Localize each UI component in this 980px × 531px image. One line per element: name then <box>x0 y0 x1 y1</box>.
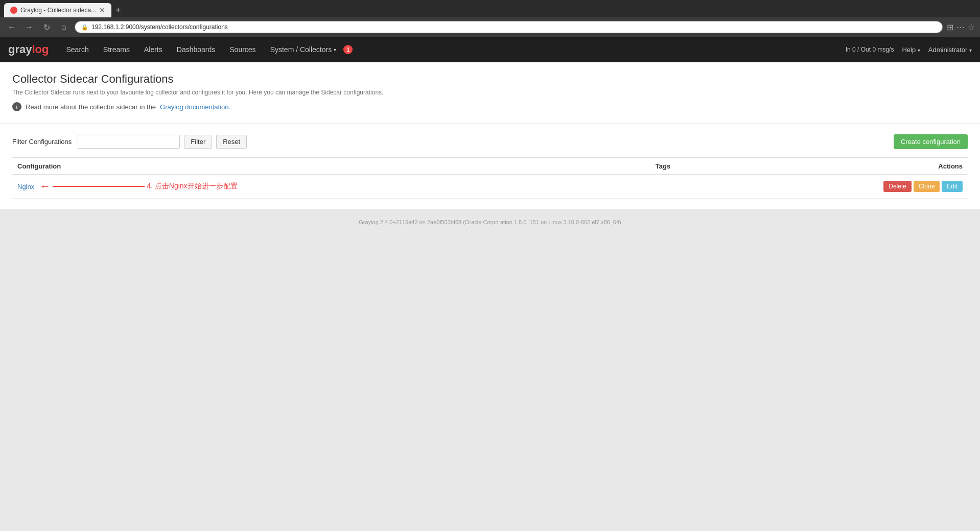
app-navbar: graylog Search Streams Alerts Dashboards… <box>0 37 980 62</box>
delete-button[interactable]: Delete <box>883 181 912 192</box>
browser-tab[interactable]: Graylog - Collector sideca... ✕ <box>4 3 111 17</box>
reload-btn[interactable]: ↻ <box>40 20 53 34</box>
logo-gray: gray <box>8 43 32 56</box>
help-link[interactable]: Help ▾ <box>902 46 920 54</box>
col-tags: Tags <box>650 158 720 175</box>
nav-right: In 0 / Out 0 msg/s Help ▾ Administrator … <box>846 46 972 54</box>
browser-toolbar: ← → ↻ ⌂ 🔒 ⊞ ⋯ ☆ <box>0 17 980 37</box>
table-row: Nginx ← 4. 点击Nginx开始进一步配置 Delete Clone E… <box>12 175 968 199</box>
nav-links: Search Streams Alerts Dashboards Sources… <box>59 37 845 62</box>
content-section: Filter Configurations Filter Reset Creat… <box>0 124 980 209</box>
annotation-line <box>53 186 145 187</box>
tab-title: Graylog - Collector sideca... <box>20 7 96 14</box>
table-header-row: Configuration Tags Actions <box>12 158 968 175</box>
page-title: Collector Sidecar Configurations <box>12 73 968 86</box>
footer-text: Graylog 2.4.0+2115a42 on 2ae0f503bf68 (O… <box>359 219 621 225</box>
nav-link-dashboards[interactable]: Dashboards <box>170 37 223 62</box>
create-configuration-button[interactable]: Create configuration <box>894 134 968 149</box>
browser-chrome: Graylog - Collector sideca... ✕ + <box>0 0 980 17</box>
col-actions: Actions <box>720 158 968 175</box>
main-content: Collector Sidecar Configurations The Col… <box>0 62 980 124</box>
config-name-cell: Nginx ← 4. 点击Nginx开始进一步配置 <box>12 175 650 199</box>
col-configuration: Configuration <box>12 158 650 175</box>
nav-link-streams[interactable]: Streams <box>96 37 137 62</box>
qr-icon[interactable]: ⊞ <box>947 22 953 32</box>
docs-link[interactable]: Graylog documentation. <box>160 103 230 111</box>
dropdown-arrow-icon: ▾ <box>334 47 336 53</box>
new-tab-btn[interactable]: + <box>115 5 121 16</box>
page-subtitle: The Collector Sidecar runs next to your … <box>12 89 968 96</box>
io-stats: In 0 / Out 0 msg/s <box>846 46 894 53</box>
tab-close-btn[interactable]: ✕ <box>99 6 105 14</box>
address-bar[interactable]: 🔒 <box>75 21 943 33</box>
back-btn[interactable]: ← <box>5 20 18 34</box>
filter-label: Filter Configurations <box>12 138 72 146</box>
footer: Graylog 2.4.0+2115a42 on 2ae0f503bf68 (O… <box>0 209 980 235</box>
filter-button[interactable]: Filter <box>184 135 212 149</box>
config-actions-cell: Delete Clone Edit <box>720 175 968 199</box>
reset-button[interactable]: Reset <box>216 135 247 149</box>
more-icon[interactable]: ⋯ <box>956 22 965 32</box>
logo-log: log <box>32 43 49 56</box>
tab-favicon <box>10 7 17 14</box>
docs-link-row: i Read more about the collector sidecar … <box>12 102 968 111</box>
annotation-text: 4. 点击Nginx开始进一步配置 <box>147 182 237 191</box>
docs-text: Read more about the collector sidecar in… <box>26 103 156 111</box>
app-logo: graylog <box>8 43 49 56</box>
nav-badge: 1 <box>343 45 353 54</box>
home-btn[interactable]: ⌂ <box>57 20 71 34</box>
lock-icon: 🔒 <box>81 24 88 31</box>
action-buttons: Delete Clone Edit <box>726 181 963 192</box>
nav-link-sources[interactable]: Sources <box>222 37 263 62</box>
page-wrapper: Collector Sidecar Configurations The Col… <box>0 62 980 209</box>
help-dropdown-arrow: ▾ <box>918 47 920 53</box>
star-icon[interactable]: ☆ <box>968 22 975 32</box>
filter-input[interactable] <box>78 135 180 149</box>
configurations-table: Configuration Tags Actions Nginx ← 4. 点击… <box>12 157 968 199</box>
clone-button[interactable]: Clone <box>914 181 940 192</box>
annotation-arrow-icon: ← <box>39 180 51 193</box>
forward-btn[interactable]: → <box>22 20 36 34</box>
url-input[interactable] <box>91 23 936 31</box>
nginx-config-link[interactable]: Nginx <box>17 183 34 190</box>
filter-row: Filter Configurations Filter Reset Creat… <box>12 134 968 149</box>
config-tags-cell <box>650 175 720 199</box>
toolbar-icons: ⊞ ⋯ ☆ <box>947 22 975 32</box>
nav-link-system[interactable]: System / Collectors ▾ <box>263 37 344 62</box>
admin-link[interactable]: Administrator ▾ <box>928 46 972 54</box>
edit-button[interactable]: Edit <box>942 181 963 192</box>
admin-dropdown-arrow: ▾ <box>969 47 972 53</box>
nav-link-search[interactable]: Search <box>59 37 96 62</box>
info-icon: i <box>12 102 21 111</box>
nav-link-alerts[interactable]: Alerts <box>137 37 170 62</box>
annotation-row: Nginx ← 4. 点击Nginx开始进一步配置 <box>17 180 645 193</box>
